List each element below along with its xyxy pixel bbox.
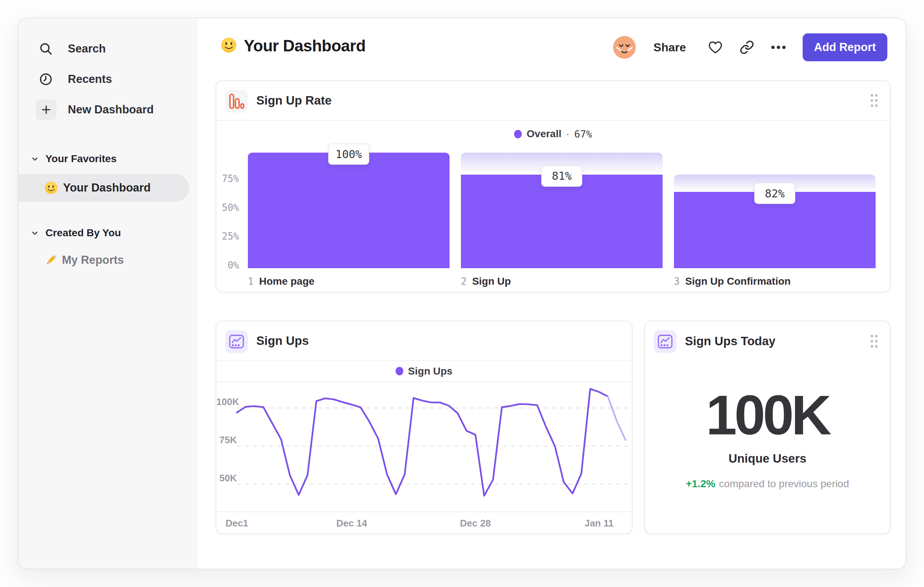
legend-separator: · <box>566 128 569 140</box>
app-window: Search Recents New Dashboard <box>18 18 906 569</box>
legend-dot-icon <box>514 130 522 138</box>
y-axis-tick: 25% <box>216 231 239 242</box>
chart-legend: Overall · 67% <box>216 127 890 141</box>
sidebar-item-new-dashboard[interactable]: New Dashboard <box>18 94 197 126</box>
avatar[interactable] <box>613 36 636 59</box>
plus-icon <box>36 99 56 120</box>
funnel-bar[interactable] <box>461 175 663 268</box>
share-button[interactable]: Share <box>653 41 686 54</box>
metric-delta: +1.2% <box>686 478 715 489</box>
y-axis-tick: 0% <box>216 260 239 271</box>
card-title: Sign Ups <box>256 334 309 348</box>
line-chart-icon <box>654 330 676 353</box>
funnel-chart: Overall · 67% 75%50%25%0%100%1Home page8… <box>216 121 890 292</box>
main-content: Your Dashboard Share <box>197 18 906 569</box>
main-header: Your Dashboard Share <box>197 18 906 77</box>
search-icon <box>38 41 54 57</box>
funnel-chart-icon <box>225 90 248 112</box>
chevron-down-icon <box>30 228 40 238</box>
metric-comparison: +1.2%compared to previous period <box>645 478 890 490</box>
line-chart-icon <box>225 330 248 353</box>
card-sign-up-rate: Sign Up Rate Overall · 67% <box>216 80 891 293</box>
pencil-emoji-icon <box>44 253 58 267</box>
sidebar: Search Recents New Dashboard <box>18 18 197 569</box>
legend-label: Overall <box>526 128 561 140</box>
line-series <box>237 389 608 496</box>
metric-label: Unique Users <box>645 451 890 466</box>
chevron-down-icon <box>30 154 40 164</box>
page-title-text: Your Dashboard <box>244 37 366 55</box>
y-axis-tick: 50% <box>216 202 239 213</box>
dashboard-emoji-icon <box>220 37 237 55</box>
funnel-bar[interactable] <box>248 153 450 268</box>
sidebar-item-label: New Dashboard <box>68 103 153 116</box>
card-title: Sign Up Rate <box>256 94 332 107</box>
header-actions: Share <box>613 33 887 61</box>
more-options-icon[interactable] <box>769 38 788 57</box>
funnel-value-tooltip: 100% <box>328 144 369 165</box>
sidebar-item-label: Search <box>68 42 106 55</box>
card-sign-ups-today: Sign Ups Today 100K Unique Users +1.2%co… <box>644 321 891 534</box>
sidebar-item-my-reports[interactable]: My Reports <box>18 249 197 271</box>
y-axis-tick: 75% <box>216 173 239 184</box>
legend-label: Sign Ups <box>408 365 452 377</box>
drag-handle-icon[interactable] <box>868 92 880 109</box>
x-axis-tick: Dec 14 <box>322 518 381 529</box>
add-report-button[interactable]: Add Report <box>803 33 887 61</box>
card-sign-ups: Sign Ups Sign Ups 100K75K50KDec1Dec 14De… <box>216 321 632 534</box>
card-header: Sign Ups <box>216 321 632 361</box>
clock-icon <box>38 71 54 87</box>
section-created-by-you[interactable]: Created By You <box>18 222 197 244</box>
line-chart: 100K75K50KDec1Dec 14Dec 28Jan 11 <box>216 383 632 533</box>
sidebar-item-label: Recents <box>68 73 112 86</box>
section-label: Created By You <box>45 227 121 239</box>
line-chart-svg <box>216 383 632 535</box>
funnel-step-label: 2Sign Up <box>461 276 511 288</box>
x-axis-tick: Jan 11 <box>570 518 629 529</box>
card-title: Sign Ups Today <box>685 334 776 348</box>
card-header: Sign Up Rate <box>216 81 890 121</box>
line-series <box>608 397 625 440</box>
metric-body: 100K Unique Users +1.2%compared to previ… <box>645 361 890 533</box>
sidebar-item-label: My Reports <box>62 253 124 267</box>
page-title: Your Dashboard <box>220 37 366 55</box>
drag-handle-icon[interactable] <box>868 332 880 350</box>
sidebar-item-label: Your Dashboard <box>63 181 151 194</box>
favorite-heart-icon[interactable] <box>706 38 725 57</box>
metric-value: 100K <box>645 383 890 447</box>
funnel-value-tooltip: 82% <box>754 183 795 204</box>
section-your-favorites[interactable]: Your Favorites <box>18 148 197 170</box>
chart-legend: Sign Ups <box>216 361 632 382</box>
sidebar-item-your-dashboard[interactable]: Your Dashboard <box>18 174 189 202</box>
card-header: Sign Ups Today <box>645 321 890 361</box>
funnel-step-label: 3Sign Up Confirmation <box>674 276 790 288</box>
funnel-value-tooltip: 81% <box>541 165 582 187</box>
legend-value: 67% <box>574 128 592 140</box>
x-axis-tick: Dec1 <box>208 518 266 529</box>
copy-link-icon[interactable] <box>738 38 756 57</box>
x-axis-tick: Dec 28 <box>446 518 505 529</box>
section-label: Your Favorites <box>45 153 117 165</box>
legend-dot-icon <box>396 367 403 375</box>
sidebar-item-search[interactable]: Search <box>18 33 197 64</box>
sidebar-item-recents[interactable]: Recents <box>18 63 197 95</box>
funnel-step-label: 1Home page <box>248 276 315 288</box>
metric-compare-text: compared to previous period <box>719 478 849 489</box>
smiley-emoji-icon <box>44 181 58 195</box>
desktop: Search Recents New Dashboard <box>0 0 924 587</box>
